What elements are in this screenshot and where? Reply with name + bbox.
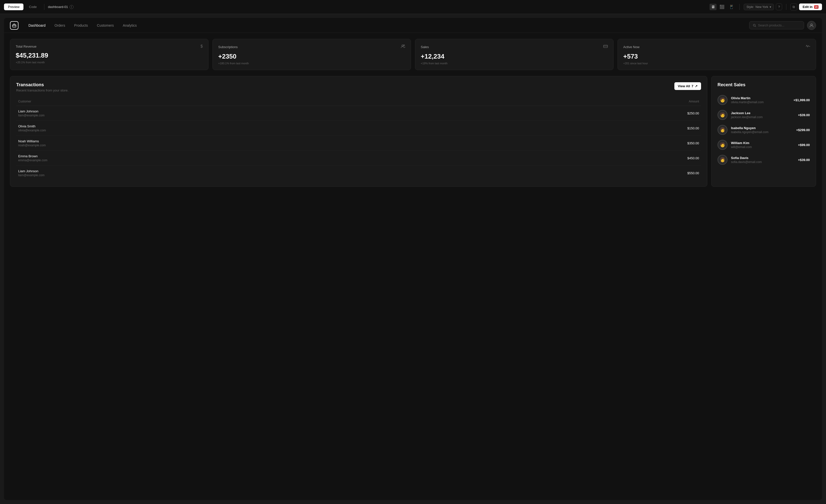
col-customer: Customer: [16, 97, 481, 106]
view-all-count: 7: [692, 84, 693, 88]
transactions-table: Customer Amount Liam Johnson liam@exampl…: [16, 97, 701, 181]
credit-card-icon: [603, 44, 608, 50]
list-item: 👩 Isabella Nguyen isabella.nguyen@email.…: [717, 122, 810, 137]
sale-email: olivia.martin@email.com: [731, 101, 790, 104]
stat-sub-subs: +180.1% from last month: [218, 62, 405, 65]
desktop-icon[interactable]: 🖥: [710, 4, 716, 10]
svg-line-3: [755, 26, 756, 27]
tx-amount-cell: $250.00: [481, 106, 701, 121]
tx-email: liam@example.com: [18, 114, 479, 117]
preview-tab[interactable]: Preview: [4, 3, 23, 10]
stat-card-sales: Sales +12,234 +19% from last month: [415, 39, 613, 70]
stat-label-revenue: Total Revenue: [16, 45, 37, 48]
edit-logo-icon: v0: [814, 5, 819, 9]
table-row: Liam Johnson liam@example.com $550.00: [16, 166, 701, 181]
tx-amount-cell: $550.00: [481, 166, 701, 181]
nav-logo: [10, 21, 18, 30]
tx-name: Liam Johnson: [18, 110, 479, 113]
sale-info: Olivia Martin olivia.martin@email.com: [731, 96, 790, 104]
sale-info: William Kim will@email.com: [731, 141, 794, 149]
stat-sub-sales: +19% from last month: [421, 62, 608, 65]
sale-amount: +$99.00: [798, 143, 810, 147]
main-nav: Dashboard Orders Products Customers Anal…: [4, 18, 822, 33]
search-bar[interactable]: [749, 21, 804, 29]
stat-label-sales: Sales: [421, 45, 429, 49]
tx-amount-cell: $450.00: [481, 151, 701, 166]
nav-link-dashboard[interactable]: Dashboard: [24, 21, 50, 29]
sale-avatar: 👩: [717, 125, 727, 135]
dollar-icon: $: [200, 44, 203, 49]
tx-email: emma@example.com: [18, 159, 479, 162]
info-icon[interactable]: i: [70, 5, 73, 9]
tx-name: Noah Williams: [18, 139, 479, 143]
tx-customer-cell: Noah Williams noah@example.com: [16, 136, 481, 151]
toolbar-filename: dashboard-01 i: [48, 5, 73, 9]
stat-label-active: Active Now: [623, 45, 640, 49]
sale-amount: +$299.00: [796, 128, 810, 132]
nav-link-products[interactable]: Products: [70, 21, 92, 29]
list-item: 🧑 Olivia Martin olivia.martin@email.com …: [717, 92, 810, 108]
sale-info: Sofia Davis sofia.davis@email.com: [731, 156, 794, 164]
stat-card-subscriptions: Subscriptions +2350 +180.1% from last mo…: [213, 39, 411, 70]
col-amount: Amount: [481, 97, 701, 106]
sale-email: isabella.nguyen@email.com: [731, 130, 792, 134]
nav-link-customers[interactable]: Customers: [93, 21, 118, 29]
view-all-button[interactable]: View All 7 ↗: [674, 82, 701, 90]
code-tab[interactable]: Code: [25, 3, 41, 10]
nav-link-analytics[interactable]: Analytics: [119, 21, 141, 29]
sale-avatar: 🧑: [717, 140, 727, 150]
sale-avatar: 🧑: [717, 110, 727, 120]
users-svg: [401, 44, 405, 49]
style-selector[interactable]: Style: New York ▾: [744, 4, 774, 10]
sale-name: Sofia Davis: [731, 156, 794, 160]
tx-name: Liam Johnson: [18, 169, 479, 173]
stat-sub-active: +201 since last hour: [623, 62, 810, 65]
activity-icon: [806, 44, 810, 50]
stat-value-revenue: $45,231.89: [16, 52, 203, 59]
nav-links: Dashboard Orders Products Customers Anal…: [24, 21, 749, 29]
view-all-label: View All: [678, 84, 690, 88]
logo-icon: [10, 21, 18, 30]
copy-button[interactable]: ⧉: [790, 3, 797, 10]
table-row: Olivia Smith olivia@example.com $150.00: [16, 121, 701, 136]
tx-customer-cell: Olivia Smith olivia@example.com: [16, 121, 481, 136]
sale-email: sofia.davis@email.com: [731, 160, 794, 164]
table-row: Liam Johnson liam@example.com $250.00: [16, 106, 701, 121]
sale-info: Jackson Lee jackson.lee@email.com: [731, 111, 794, 119]
edit-button[interactable]: Edit in v0: [799, 3, 822, 10]
sales-list: 🧑 Olivia Martin olivia.martin@email.com …: [717, 92, 810, 167]
stat-card-active: Active Now +573 +201 since last hour: [617, 39, 816, 70]
briefcase-icon: [12, 23, 16, 28]
svg-point-6: [404, 45, 405, 46]
tablet-portrait-icon[interactable]: 📱: [727, 3, 735, 10]
sale-name: Jackson Lee: [731, 111, 794, 115]
stat-card-header-active: Active Now: [623, 44, 810, 50]
user-avatar[interactable]: [807, 21, 816, 30]
table-row: Emma Brown emma@example.com $450.00: [16, 151, 701, 166]
toolbar-right: 🖥 ⬛ 📱 Style: New York ▾ ? ⧉ Edit in v0: [710, 3, 822, 10]
list-item: 🧑 William Kim will@email.com +$99.00: [717, 137, 810, 152]
sale-name: Olivia Martin: [731, 96, 790, 100]
search-input[interactable]: [758, 23, 800, 27]
sale-amount: +$39.00: [798, 113, 810, 117]
sale-email: will@email.com: [731, 145, 794, 149]
tablet-landscape-icon[interactable]: ⬛: [718, 3, 726, 10]
sale-amount: +$39.00: [798, 158, 810, 162]
transactions-title: Transactions: [16, 82, 69, 87]
nav-link-orders[interactable]: Orders: [51, 21, 69, 29]
sale-name: Isabella Nguyen: [731, 126, 792, 130]
stat-sub-revenue: +20.1% from last month: [16, 61, 203, 64]
sale-email: jackson.lee@email.com: [731, 115, 794, 119]
stat-card-total-revenue: Total Revenue $ $45,231.89 +20.1% from l…: [10, 39, 209, 70]
transactions-header: Transactions Recent transactions from yo…: [16, 82, 701, 92]
tx-name: Olivia Smith: [18, 124, 479, 128]
tx-customer-cell: Liam Johnson liam@example.com: [16, 166, 481, 181]
help-button[interactable]: ?: [776, 3, 782, 10]
chevron-down-icon: ▾: [770, 5, 771, 9]
filename-text: dashboard-01: [48, 5, 68, 9]
avatar-icon: [809, 23, 814, 28]
recent-sales-title: Recent Sales: [717, 82, 810, 87]
stat-card-header-subs: Subscriptions: [218, 44, 405, 50]
tx-email: noah@example.com: [18, 143, 479, 147]
style-value: New York: [755, 5, 768, 9]
